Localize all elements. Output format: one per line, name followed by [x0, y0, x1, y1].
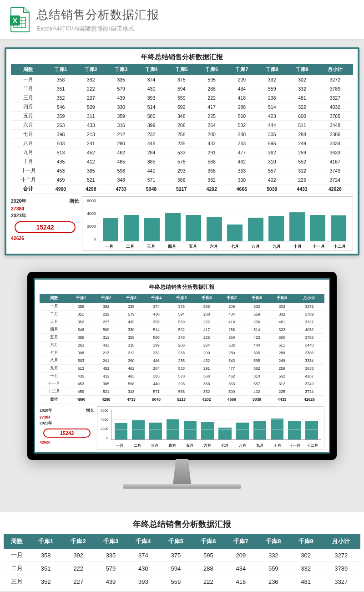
col-header: 千库5	[160, 535, 192, 549]
growth-badge: 15242	[15, 221, 76, 233]
col-header: 月小计	[317, 65, 353, 75]
table-row: 五月3593113595803482255604236003765	[11, 112, 353, 121]
col-header: 千库3	[95, 535, 127, 549]
chart-bar	[305, 421, 318, 439]
table-row: 六月2634333163992862645324445113448	[11, 121, 353, 130]
chart-bar	[149, 423, 162, 439]
growth-label: 增长	[69, 198, 79, 204]
col-header: 周数	[11, 65, 46, 75]
table-row: 八月5032412904462354323435952493334	[11, 139, 353, 148]
report-title: 年终总结销售分析数据汇报	[11, 53, 353, 61]
table-row: 二月3512225794305942884345593323789	[11, 84, 353, 93]
table-row: 三月3522274393935592224182364813327	[11, 93, 353, 102]
table-row: 十二月4595213485715663323004022253724	[11, 175, 353, 184]
chart-bar	[310, 215, 325, 241]
col-header: 千库4	[136, 65, 166, 75]
page-subtitle: Excel/A4打印/内容随意修改/自带格式	[36, 25, 159, 33]
table-row: 八月5032412904462354323435952493334	[40, 357, 324, 365]
col-header: 周数	[40, 294, 69, 303]
col-header: 千库8	[257, 65, 287, 75]
page-header: X 总结销售分析数据汇报 Excel/A4打印/内容随意修改/自带格式	[0, 0, 364, 39]
table-row: 十月4354124653855785684623105524167	[11, 157, 353, 166]
total-row: 合计49904298473350485217420246665039443342…	[11, 184, 353, 194]
col-header: 千库5	[167, 65, 197, 75]
table-row: 十一月4533655984402933683635573123749	[40, 380, 324, 388]
year-2020-label: 2020年	[11, 198, 26, 204]
col-header: 月小计	[322, 535, 360, 549]
chart-bar	[103, 218, 118, 241]
col-header: 千库8	[244, 294, 269, 303]
table-row: 十一月4533655984402933683635573123749	[11, 166, 353, 175]
col-header: 千库8	[257, 535, 289, 549]
col-header: 月小计	[294, 294, 324, 303]
preview-top: 年终总结销售分析数据汇报 周数千库1千库2千库3千库4千库5千库6千库7千库8千…	[0, 39, 364, 261]
monitor-preview: 年终总结销售分析数据汇报 周数千库1千库2千库3千库4千库5千库6千库7千库8千…	[0, 261, 364, 507]
chart-bar	[248, 218, 263, 241]
table-row: 九月5134524622845332914773622593633	[11, 148, 353, 157]
col-header: 千库1	[68, 294, 93, 303]
monitor-frame: 年终总结销售分析数据汇报 周数千库1千库2千库3千库4千库5千库6千库7千库8千…	[27, 272, 337, 460]
chart-bar	[253, 421, 266, 439]
bar-chart: 6000400020000 一月二月三月四月五月六月七月八月九月十月十一月十二月	[82, 196, 353, 251]
table-row: 五月3593113595803482255604236003765	[40, 334, 324, 342]
col-header: 千库6	[194, 294, 219, 303]
chart-bar	[124, 215, 139, 241]
col-header: 千库4	[127, 535, 159, 549]
table-row: 一月3583923353743755952093323023272	[40, 303, 324, 311]
col-header: 千库9	[289, 535, 322, 549]
col-header: 千库7	[219, 294, 244, 303]
col-header: 千库5	[169, 294, 194, 303]
col-header: 千库2	[94, 294, 119, 303]
preview-bottom: 年终总结销售分析数据汇报 周数千库1千库2千库3千库4千库5千库6千库7千库8千…	[0, 512, 364, 591]
year-2021-value: 42626	[11, 235, 79, 241]
col-header: 千库9	[287, 65, 317, 75]
chart-bar	[144, 218, 160, 241]
chart-bar	[201, 422, 214, 439]
col-header: 千库3	[106, 65, 136, 75]
data-table: 周数千库1千库2千库3千库4千库5千库6千库7千库8千库9月小计一月358392…	[11, 64, 353, 194]
table-row: 四月5465093305145924172885143224032	[40, 326, 324, 334]
chart-bar	[115, 423, 127, 439]
chart-bar	[331, 215, 346, 241]
chart-bar	[268, 216, 284, 241]
table-row: 十二月4595213485715663323004022253724	[40, 388, 324, 396]
chart-bar	[288, 421, 301, 439]
chart-bar	[184, 421, 197, 439]
chart-bar	[207, 217, 222, 241]
chart-bar	[236, 423, 248, 439]
data-table-bottom: 周数千库1千库2千库3千库4千库5千库6千库7千库8千库9月小计一月358392…	[4, 534, 360, 588]
col-header: 千库6	[192, 535, 224, 549]
table-row: 一月3583923353743755952093323023272	[4, 549, 360, 562]
col-header: 千库6	[197, 65, 227, 75]
monitor-stand	[162, 459, 202, 484]
col-header: 千库7	[227, 65, 257, 75]
report-card: 年终总结销售分析数据汇报 周数千库1千库2千库3千库4千库5千库6千库7千库8千…	[5, 47, 359, 255]
col-header: 千库1	[46, 65, 76, 75]
year-2020-value: 27384	[11, 206, 79, 211]
table-row: 二月3512225794305942884345593323789	[40, 311, 324, 318]
col-header: 千库2	[76, 65, 106, 75]
page-title: 总结销售分析数据汇报	[36, 7, 159, 23]
table-row: 二月3512225794305942884345593323789	[4, 562, 360, 575]
col-header: 千库1	[30, 535, 62, 549]
col-header: 千库3	[119, 294, 144, 303]
report-card-small: 年终总结销售分析数据汇报 周数千库1千库2千库3千库4千库5千库6千库7千库8千…	[34, 278, 330, 454]
table-row: 三月3522274393935592224182364813327	[40, 318, 324, 326]
chart-bar	[132, 420, 145, 439]
table-row: 三月3522274393935592224182364813327	[4, 575, 360, 588]
table-row: 七月3982132122322582002803052882386	[11, 130, 353, 139]
table-row: 四月5465093305145924172885143224032	[11, 102, 353, 112]
col-header: 千库9	[269, 294, 294, 303]
table-row: 一月3583923353743755952093323023272	[11, 75, 353, 84]
table-row: 十月4354124653855785684623105524167	[40, 373, 324, 380]
year-2021-label: 2021年	[11, 213, 26, 219]
excel-file-icon: X	[9, 6, 30, 33]
col-header: 周数	[4, 535, 30, 549]
col-header: 千库7	[225, 535, 257, 549]
svg-text:X: X	[13, 16, 17, 24]
table-row: 六月2634333163992862645324445113448	[40, 342, 324, 349]
chart-bar	[186, 215, 201, 241]
table-row: 九月5134524622845332914773622593633	[40, 365, 324, 373]
total-row: 合计49904298473350485217420246665039443342…	[40, 396, 324, 403]
col-header: 千库4	[144, 294, 169, 303]
